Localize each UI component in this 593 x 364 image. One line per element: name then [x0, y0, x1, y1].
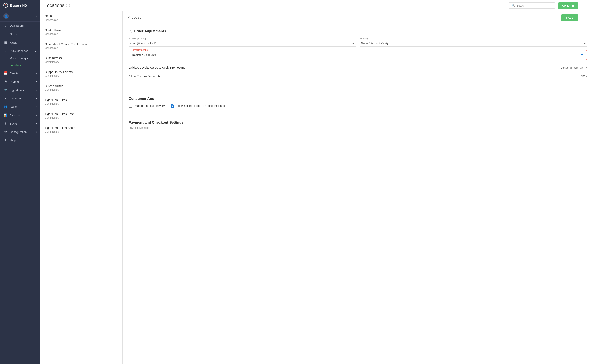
sidebar-item-pos-manager[interactable]: ▪ POS Manager ▲	[0, 47, 40, 55]
payment-title-label: Payment and Checkout Settings	[129, 120, 184, 125]
x-icon: ✕	[127, 16, 130, 20]
location-name: Supper in Your Seats	[45, 70, 118, 74]
list-item[interactable]: South PlazaConcession	[40, 25, 122, 39]
pos-manager-chevron-icon: ▲	[35, 50, 37, 52]
page-title-area: Locations ?	[44, 3, 70, 8]
surcharge-group-select[interactable]: None (Venue default)	[129, 41, 356, 46]
sidebar-item-labor[interactable]: 👥 Labor ▾	[0, 103, 40, 111]
list-item[interactable]: Tiger Den Suites SouthCommissary	[40, 123, 122, 137]
sidebar-item-dashboard[interactable]: ○ Dashboard	[0, 22, 40, 30]
list-item[interactable]: Suites(West)Commissary	[40, 53, 122, 67]
sidebar-item-kiosk[interactable]: ⊞ Kiosk	[0, 38, 40, 47]
sidebar-item-bucks[interactable]: $ Bucks ▾	[0, 119, 40, 128]
sidebar-item-ingredients[interactable]: 🛒 Ingredients ▾	[0, 86, 40, 94]
create-button[interactable]: CREATE	[558, 2, 578, 9]
sidebar-item-label-labor: Labor	[10, 105, 34, 108]
sidebar-item-help[interactable]: ? Help	[0, 136, 40, 144]
allow-alcohol-checkbox[interactable]	[171, 104, 174, 108]
allow-alcohol-label: Allow alcohol orders on consumer app	[177, 104, 225, 107]
panel-more-button[interactable]: ⋮	[581, 14, 588, 21]
list-item[interactable]: Tiger Den Suites EastCommissary	[40, 109, 122, 123]
sidebar-sub-item-locations[interactable]: Locations	[0, 62, 40, 69]
location-name: Tiger Den Suites	[45, 98, 118, 102]
inventory-icon: ▪	[3, 97, 8, 100]
surcharge-group-label: Surcharge Group	[129, 37, 356, 40]
content-area: S118ConcessionSouth PlazaConcessionStand…	[40, 11, 593, 364]
location-type: Concession	[45, 32, 118, 36]
detail-panel: ✕ CLOSE SAVE ⋮ ? Order Adjustments	[123, 11, 593, 364]
ingredients-icon: 🛒	[3, 88, 8, 92]
search-input[interactable]	[517, 4, 552, 7]
sidebar-item-inventory[interactable]: ▪ Inventory ▾	[0, 94, 40, 103]
sidebar-item-premium[interactable]: ★ Premium ▾	[0, 77, 40, 86]
events-chevron-icon: ▾	[36, 72, 37, 74]
dashboard-icon: ○	[3, 24, 8, 27]
topbar: Locations ? 🔍 CREATE ⋮	[40, 0, 593, 11]
gratuity-field: Gratuity None (Venue default)	[360, 37, 587, 46]
sidebar-sub-item-menu-manager[interactable]: Menu Manager	[0, 55, 40, 62]
bucks-chevron-icon: ▾	[36, 122, 37, 125]
topbar-more-button[interactable]: ⋮	[581, 2, 589, 9]
sidebar-item-configuration[interactable]: ⚙ Configuration ▾	[0, 128, 40, 136]
sidebar-item-label-kiosk: Kiosk	[10, 41, 37, 44]
menu-manager-label: Menu Manager	[10, 57, 28, 60]
location-type: Concession	[45, 19, 118, 22]
location-pin-icon: 📍	[3, 3, 8, 8]
sidebar-item-label-premium: Premium	[10, 80, 34, 83]
location-name: Tiger Den Suites South	[45, 126, 118, 130]
support-inseat-checkbox[interactable]	[129, 104, 132, 108]
sidebar-item-events[interactable]: 📅 Events ▾	[0, 69, 40, 77]
allow-alcohol-checkbox-item[interactable]: Allow alcohol orders on consumer app	[171, 104, 225, 108]
location-name: Suresh Suites	[45, 84, 118, 88]
location-type: Concession	[45, 46, 118, 49]
location-type: Commissary	[45, 74, 118, 77]
support-inseat-checkbox-item[interactable]: Support In-seat delivery	[129, 104, 165, 108]
location-type: Commissary	[45, 60, 118, 63]
order-adjustments-section: ? Order Adjustments Surcharge Group None…	[129, 29, 587, 81]
location-name: South Plaza	[45, 29, 118, 32]
consumer-app-label: Consumer App	[129, 97, 154, 101]
allow-custom-discounts-row: Allow Custom Discounts Off Off On ▾	[129, 72, 587, 81]
gratuity-select[interactable]: None (Venue default)	[360, 41, 587, 46]
panel-header: ✕ CLOSE SAVE ⋮	[123, 11, 593, 24]
premium-chevron-icon: ▾	[36, 81, 37, 83]
list-item[interactable]: Supper in Your SeatsCommissary	[40, 67, 122, 81]
sidebar-item-reports[interactable]: 📊 Reports ▾	[0, 111, 40, 119]
locations-label: Locations	[10, 64, 22, 67]
support-inseat-label: Support In-seat delivery	[134, 104, 165, 107]
surcharge-group-field: Surcharge Group None (Venue default)	[129, 37, 356, 46]
sidebar-item-label-configuration: Configuration	[10, 130, 34, 134]
bucks-icon: $	[3, 122, 8, 125]
save-button[interactable]: SAVE	[561, 14, 578, 21]
list-item[interactable]: Tiger Den SuitesCommissary	[40, 95, 122, 109]
sidebar-item-label-reports: Reports	[10, 114, 34, 117]
sidebar-item-label-dashboard: Dashboard	[10, 24, 37, 27]
location-type: Commissary	[45, 116, 118, 119]
sidebar-user[interactable]: 👤 ▾	[0, 11, 40, 22]
sidebar-item-label-help: Help	[10, 139, 37, 142]
list-item[interactable]: Suresh SuitesCommissary	[40, 81, 122, 95]
list-item[interactable]: Standsheet Combo Test LocationConcession	[40, 39, 122, 53]
consumer-app-section: Consumer App Support In-seat delivery Al…	[129, 93, 587, 108]
location-name: S118	[45, 15, 118, 18]
discount-group-label: Discount Group	[131, 49, 148, 51]
order-adjustments-help-icon[interactable]: ?	[129, 30, 132, 33]
discount-group-select[interactable]: Register Discounts None (Venue default)	[131, 52, 585, 58]
sidebar-item-label-bucks: Bucks	[10, 122, 34, 125]
page-title: Locations	[44, 3, 64, 8]
user-chevron: ▾	[36, 15, 37, 17]
close-button[interactable]: ✕ CLOSE	[127, 16, 142, 20]
list-item[interactable]: S118Concession	[40, 11, 122, 25]
location-name: Suites(West)	[45, 56, 118, 60]
page-help-icon[interactable]: ?	[66, 4, 70, 7]
allow-custom-discounts-label: Allow Custom Discounts	[129, 75, 581, 78]
validate-loyalty-label: Validate Loyalty Cards to Apply Promotio…	[129, 66, 561, 69]
premium-icon: ★	[3, 80, 8, 84]
sidebar-item-orders[interactable]: ☰ Orders	[0, 30, 40, 38]
location-type: Commissary	[45, 130, 118, 133]
discount-group-field: Discount Group Register Discounts None (…	[129, 50, 587, 60]
reports-icon: 📊	[3, 113, 8, 117]
close-label: CLOSE	[132, 16, 142, 19]
sidebar-item-label-pos: POS Manager	[10, 49, 33, 52]
reports-chevron-icon: ▾	[36, 114, 37, 117]
